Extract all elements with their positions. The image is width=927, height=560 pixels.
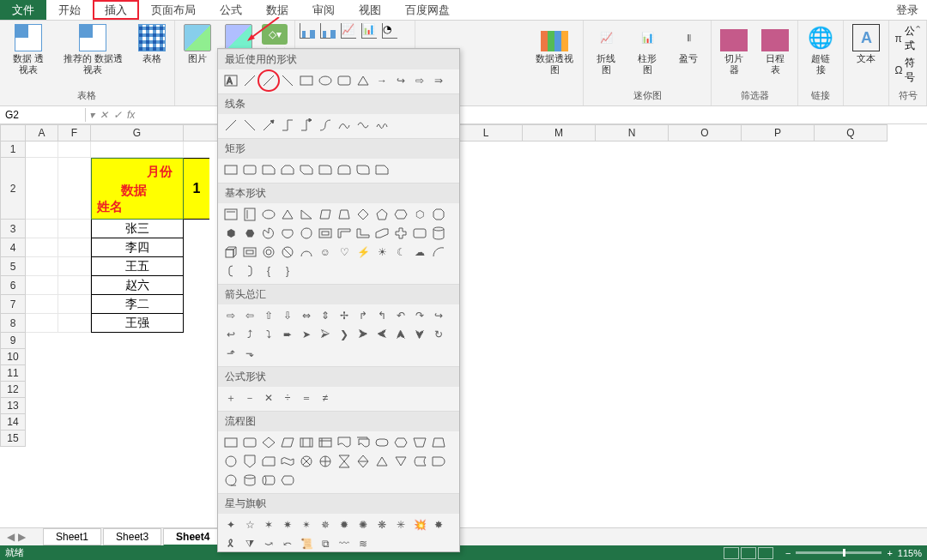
col-N[interactable]: N xyxy=(596,124,669,142)
formula-confirm[interactable]: ✓ xyxy=(113,109,122,121)
chart-area[interactable]: 📊 xyxy=(361,23,377,39)
chart-pie[interactable]: ◔ xyxy=(382,23,397,39)
shape-fc-sum[interactable] xyxy=(298,453,315,470)
shape-ar-chevron[interactable]: ❯ xyxy=(336,326,353,343)
tab-view[interactable]: 视图 xyxy=(347,0,393,20)
tab-formula[interactable]: 公式 xyxy=(208,0,254,20)
shape-minus[interactable]: － xyxy=(241,389,258,406)
shape-fc-tape[interactable] xyxy=(279,453,296,470)
shape-fc-or[interactable] xyxy=(317,453,334,470)
shape-hexagon[interactable] xyxy=(392,206,409,223)
shape-fc-predefined[interactable] xyxy=(298,434,315,451)
shape-ar-u[interactable]: ⇧ xyxy=(260,307,277,324)
shape-arrow-block[interactable]: ⇨ xyxy=(411,72,428,89)
row-8[interactable]: 8 xyxy=(0,314,26,333)
shape-arrow-wide[interactable]: ⇛ xyxy=(430,72,447,89)
shape-fc-alt[interactable] xyxy=(241,434,258,451)
shape-connector-1[interactable] xyxy=(279,117,296,134)
insert-function[interactable]: fx xyxy=(127,109,135,121)
shape-trapezoid[interactable] xyxy=(336,206,353,223)
col-F[interactable]: F xyxy=(58,124,91,142)
shape-plaque[interactable] xyxy=(411,225,428,242)
shape-curve[interactable] xyxy=(336,117,353,134)
shape-rect-round2[interactable] xyxy=(336,161,353,178)
shape-ar-uturn-r[interactable]: ↷ xyxy=(411,307,428,324)
sheet-tab-4[interactable]: Sheet4 xyxy=(163,528,222,546)
shape-star4[interactable]: ✦ xyxy=(222,516,239,533)
row-6[interactable]: 6 xyxy=(0,276,26,295)
shape-textframe[interactable] xyxy=(222,206,239,223)
shape-fc-magdisk[interactable] xyxy=(241,472,258,489)
shape-ar-l[interactable]: ⇦ xyxy=(241,307,258,324)
sheet-tab-1[interactable]: Sheet1 xyxy=(43,528,101,545)
shape-fc-merge[interactable] xyxy=(392,453,409,470)
shape-rect-snip1[interactable] xyxy=(260,161,277,178)
btn-pivot-table[interactable]: 数据 透视表 xyxy=(3,22,53,77)
shape-line-3[interactable] xyxy=(260,117,277,134)
col-M[interactable]: M xyxy=(523,124,596,142)
shape-pentagon[interactable] xyxy=(373,206,391,223)
shape-sun[interactable]: ☀ xyxy=(373,244,391,261)
shape-star12[interactable]: ✹ xyxy=(336,516,353,533)
shape-connector-3[interactable] xyxy=(317,117,334,134)
shape-ar-callout-d[interactable]: ⮟ xyxy=(411,326,428,343)
row-4[interactable]: 4 xyxy=(0,238,26,257)
shape-star8[interactable]: ✴ xyxy=(298,516,315,533)
shape-ar-u-callout[interactable]: ⬏ xyxy=(222,345,239,362)
shape-line-recent[interactable] xyxy=(241,72,258,89)
row-3[interactable]: 3 xyxy=(0,220,26,238)
shape-bevel[interactable] xyxy=(241,244,258,261)
shape-heart[interactable]: ♡ xyxy=(336,244,353,261)
row-11[interactable]: 11 xyxy=(0,365,26,382)
shape-dodecagon[interactable]: ⬣ xyxy=(241,225,258,242)
shape-ar-uturn-l[interactable]: ↶ xyxy=(392,307,409,324)
shape-fc-card[interactable] xyxy=(260,453,277,470)
shape-chord[interactable] xyxy=(279,225,296,242)
shape-ar-r[interactable]: ⇨ xyxy=(222,307,239,324)
cell-name-1[interactable]: 张三 xyxy=(91,220,184,238)
shape-rtriangle[interactable] xyxy=(298,206,315,223)
shape-arc[interactable] xyxy=(430,244,447,261)
shape-ar-callout-u[interactable]: ⮝ xyxy=(392,326,409,343)
shape-ribbon-d[interactable]: ⧩ xyxy=(241,535,258,552)
shape-noentry[interactable] xyxy=(279,244,296,261)
col-A[interactable]: A xyxy=(26,124,58,142)
shape-multiply[interactable]: ✕ xyxy=(260,389,277,406)
shape-star5[interactable]: ☆ xyxy=(241,516,258,533)
zoom-in[interactable]: + xyxy=(887,548,892,558)
shape-smiley[interactable]: ☺ xyxy=(317,244,334,261)
shape-notequals[interactable]: ≠ xyxy=(317,389,334,406)
shape-fc-extract[interactable] xyxy=(373,453,391,470)
shape-plus[interactable]: ＋ xyxy=(222,389,239,406)
select-all-corner[interactable] xyxy=(0,124,26,142)
shape-fc-display[interactable] xyxy=(279,472,296,489)
shape-triangle[interactable] xyxy=(279,206,296,223)
shape-fc-manual[interactable] xyxy=(411,434,428,451)
btn-shapes-dropdown[interactable]: ◇▾ xyxy=(262,24,288,45)
shape-ar-d-callout[interactable]: ⬎ xyxy=(241,345,258,362)
btn-recommend-pivot[interactable]: 推荐的 数据透视表 xyxy=(57,22,129,77)
shape-rrect-recent[interactable] xyxy=(336,72,353,89)
row-7[interactable]: 7 xyxy=(0,295,26,314)
shape-fc-directaccess[interactable] xyxy=(260,472,277,489)
btn-sparkline-winloss[interactable]: ⫴ 盈亏 xyxy=(670,22,707,66)
shape-bracket-l[interactable] xyxy=(222,262,239,280)
row-14[interactable]: 14 xyxy=(0,414,26,431)
shape-rect-snip-round[interactable] xyxy=(373,161,391,178)
shape-lshape[interactable] xyxy=(354,225,372,242)
shape-frame[interactable] xyxy=(317,225,334,242)
col-P[interactable]: P xyxy=(742,124,815,142)
shape-diagstripe[interactable] xyxy=(373,225,391,242)
btn-hyperlink[interactable]: 🌐 超链接 xyxy=(802,22,839,77)
row-15[interactable]: 15 xyxy=(0,431,26,447)
shape-tri-recent[interactable] xyxy=(354,72,372,89)
sheet-nav-next[interactable]: ▶ xyxy=(18,531,26,543)
btn-sparkline-column[interactable]: 📊 柱形图 xyxy=(628,22,666,77)
shape-textbox[interactable]: A xyxy=(222,72,239,89)
shape-arrow-curve[interactable]: ↪ xyxy=(392,72,409,89)
shape-equals[interactable]: ＝ xyxy=(298,389,315,406)
shape-star16[interactable]: ✺ xyxy=(354,516,372,533)
shape-ar-notch-r[interactable]: ➤ xyxy=(298,326,315,343)
row-10[interactable]: 10 xyxy=(0,349,26,365)
row-12[interactable]: 12 xyxy=(0,382,26,398)
